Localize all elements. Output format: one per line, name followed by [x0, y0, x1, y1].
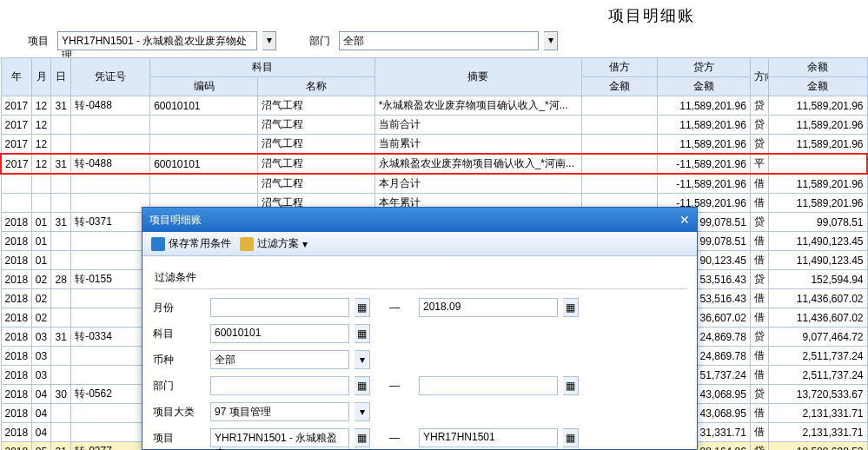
- save-cond-button[interactable]: 保存常用条件: [151, 236, 231, 251]
- calendar-icon[interactable]: ▦: [563, 298, 579, 317]
- currency-label: 币种: [153, 353, 205, 367]
- dept-select[interactable]: 全部: [339, 31, 539, 50]
- project-label: 项目: [153, 431, 205, 446]
- subject-label: 科目: [153, 327, 205, 341]
- col-summary[interactable]: 摘要: [374, 58, 581, 96]
- dash: —: [375, 301, 414, 314]
- filter-dialog: 项目明细账 ✕ 保存常用条件 过滤方案 ▾ 过滤条件 月份 ▦ — 2018.0…: [142, 207, 698, 450]
- col-credit-amt[interactable]: 金额: [658, 77, 751, 96]
- col-name[interactable]: 名称: [258, 77, 374, 96]
- filter-cond-label: 过滤条件: [153, 267, 686, 289]
- col-balance[interactable]: 余额: [768, 58, 867, 77]
- close-icon[interactable]: ✕: [679, 213, 690, 227]
- project-dropdown-icon[interactable]: ▾: [262, 31, 276, 50]
- month-to-input[interactable]: 2018.09: [419, 298, 558, 317]
- project-from-input[interactable]: YHR17HN1501 - 永城粮盈农: [210, 428, 349, 447]
- lookup-icon[interactable]: ▦: [563, 428, 579, 447]
- save-cond-label: 保存常用条件: [169, 236, 231, 251]
- col-voucher[interactable]: 凭证号: [71, 58, 150, 96]
- col-subject[interactable]: 科目: [150, 58, 375, 77]
- table-row[interactable]: 201712沼气工程当前累计11,589,201.96贷11,589,201.9…: [1, 135, 867, 155]
- save-icon: [151, 237, 165, 251]
- col-year[interactable]: 年: [1, 58, 31, 96]
- project-select[interactable]: YHR17HN1501 - 永城粮盈农业废弃物处理: [57, 31, 257, 50]
- filter-scheme-button[interactable]: 过滤方案 ▾: [240, 236, 308, 251]
- col-day[interactable]: 日: [51, 58, 71, 96]
- chevron-down-icon: ▾: [302, 238, 308, 250]
- dash: —: [375, 432, 414, 444]
- col-debit-amt[interactable]: 金额: [581, 77, 658, 96]
- month-from-input[interactable]: [210, 298, 349, 317]
- projcat-select[interactable]: 97 项目管理: [210, 402, 349, 421]
- lookup-icon[interactable]: ▦: [354, 428, 370, 447]
- lookup-icon[interactable]: ▦: [354, 324, 370, 343]
- col-credit[interactable]: 贷方: [658, 58, 751, 77]
- subject-input[interactable]: 60010101: [210, 324, 349, 343]
- dialog-title: 项目明细账: [149, 213, 202, 228]
- folder-icon: [240, 237, 254, 251]
- lookup-icon[interactable]: ▦: [563, 376, 579, 395]
- table-row[interactable]: 沼气工程本月合计-11,589,201.96借11,589,201.96: [1, 174, 867, 194]
- filter-scheme-label: 过滤方案: [257, 236, 299, 251]
- project-label: 项目: [0, 34, 52, 49]
- calendar-icon[interactable]: ▦: [354, 298, 370, 317]
- col-dir[interactable]: 方向: [750, 58, 768, 96]
- table-row[interactable]: 20171231转-048860010101沼气工程永城粮盈农业废弃物项目确认收…: [1, 154, 867, 174]
- currency-select[interactable]: 全部: [210, 350, 349, 369]
- col-month[interactable]: 月: [31, 58, 51, 96]
- dept-from-input[interactable]: [210, 376, 349, 395]
- month-label: 月份: [153, 301, 205, 315]
- project-to-input[interactable]: YHR17HN1501: [419, 428, 558, 447]
- lookup-icon[interactable]: ▦: [354, 376, 370, 395]
- col-code[interactable]: 编码: [150, 77, 258, 96]
- table-row[interactable]: 201712沼气工程当前合计11,589,201.96贷11,589,201.9…: [1, 116, 867, 135]
- col-bal-amt[interactable]: 金额: [768, 77, 867, 96]
- dept-dropdown-icon[interactable]: ▾: [544, 31, 558, 50]
- col-debit[interactable]: 借方: [581, 58, 658, 77]
- dept-to-input[interactable]: [419, 376, 558, 395]
- page-title: 项目明细账: [565, 0, 739, 28]
- dash: —: [375, 380, 414, 392]
- dept-label: 部门: [282, 34, 334, 49]
- chevron-down-icon[interactable]: ▾: [354, 350, 370, 369]
- projcat-label: 项目大类: [153, 405, 205, 420]
- dept-label: 部门: [153, 379, 205, 394]
- table-row[interactable]: 20171231转-048860010101沼气工程*永城粮盈农业废弃物项目确认…: [1, 96, 867, 116]
- chevron-down-icon[interactable]: ▾: [354, 402, 370, 421]
